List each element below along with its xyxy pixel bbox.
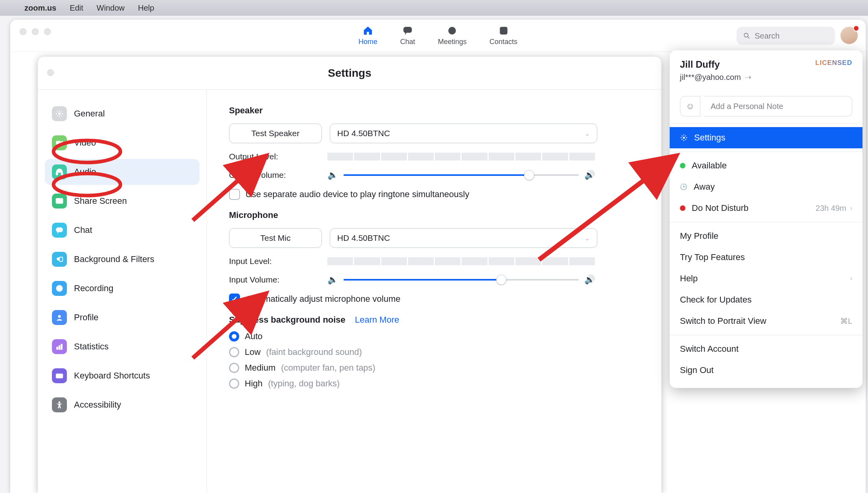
radio-low-label: Low bbox=[245, 347, 260, 357]
menubar-item-help[interactable]: Help bbox=[138, 4, 154, 13]
speaker-device-select[interactable]: HD 4.50BTNC ⌄ bbox=[330, 124, 597, 143]
sidebar-label: Profile bbox=[74, 312, 98, 323]
sidebar-item-profile[interactable]: Profile bbox=[45, 305, 199, 331]
portrait-shortcut: ⌘L bbox=[840, 316, 852, 326]
profile-menu-away[interactable]: 🕒Away bbox=[670, 176, 862, 198]
nav-meetings[interactable]: Meetings bbox=[438, 25, 467, 46]
topnav: Home Chat Meetings Contacts Search bbox=[10, 20, 866, 52]
keyboard-icon bbox=[52, 368, 67, 383]
nav-contacts[interactable]: Contacts bbox=[489, 25, 517, 46]
contacts-icon bbox=[498, 25, 509, 36]
volume-high-icon: 🔊 bbox=[584, 170, 595, 180]
dnd-icon bbox=[680, 205, 685, 211]
emoji-picker-button[interactable]: ☺ bbox=[680, 96, 700, 116]
nav-home-label: Home bbox=[358, 38, 377, 46]
nav-chat-label: Chat bbox=[400, 38, 415, 46]
profile-menu-check-updates[interactable]: Check for Updates bbox=[670, 289, 862, 310]
test-speaker-button[interactable]: Test Speaker bbox=[229, 124, 322, 143]
home-icon bbox=[362, 25, 373, 36]
output-level-label: Output Level: bbox=[229, 152, 319, 161]
profile-menu-settings[interactable]: Settings bbox=[670, 127, 862, 148]
sidebar-item-chat[interactable]: Chat bbox=[45, 217, 199, 243]
dnd-time: 23h 49m bbox=[816, 204, 846, 213]
search-input[interactable]: Search bbox=[737, 27, 835, 45]
away-icon: 🕒 bbox=[680, 183, 687, 190]
sidebar-item-statistics[interactable]: Statistics bbox=[45, 334, 199, 360]
learn-more-link[interactable]: Learn More bbox=[355, 315, 399, 325]
radio-high[interactable]: High (typing, dog barks) bbox=[229, 379, 638, 389]
link-icon[interactable]: ⇢ bbox=[745, 73, 752, 81]
profile-menu-dnd[interactable]: Do Not Disturb 23h 49m› bbox=[670, 198, 862, 219]
svg-point-4 bbox=[744, 33, 748, 37]
profile-menu-switch-account[interactable]: Switch Account bbox=[670, 338, 862, 360]
profile-icon bbox=[52, 310, 67, 325]
macos-menubar: zoom.us Edit Window Help bbox=[0, 0, 868, 16]
suppress-noise-title: Suppress background noise bbox=[229, 315, 345, 325]
sidebar-item-general[interactable]: General bbox=[45, 101, 199, 127]
radio-high-label: High bbox=[245, 379, 262, 389]
radio-medium[interactable]: Medium (computer fan, pen taps) bbox=[229, 363, 638, 373]
sidebar-label: Audio bbox=[74, 167, 96, 177]
chat-bubble-icon bbox=[402, 25, 413, 36]
input-volume-slider[interactable] bbox=[344, 279, 579, 281]
svg-point-20 bbox=[59, 401, 60, 403]
speaker-device-value: HD 4.50BTNC bbox=[337, 129, 390, 138]
sidebar-item-bg-filters[interactable]: Background & Filters bbox=[45, 246, 199, 272]
chevron-right-icon: › bbox=[850, 205, 852, 212]
statistics-icon bbox=[52, 339, 67, 354]
sidebar-label: Video bbox=[74, 138, 96, 148]
sidebar-item-share-screen[interactable]: Share Screen bbox=[45, 188, 199, 214]
clock-icon bbox=[447, 25, 458, 36]
menubar-app-name[interactable]: zoom.us bbox=[24, 4, 56, 13]
sidebar-label: Background & Filters bbox=[74, 254, 154, 264]
radio-icon bbox=[229, 347, 239, 357]
profile-menu-my-profile[interactable]: My Profile bbox=[670, 225, 862, 247]
test-mic-button[interactable]: Test Mic bbox=[229, 228, 322, 248]
sidebar-label: Share Screen bbox=[74, 196, 127, 206]
sidebar-item-keyboard-shortcuts[interactable]: Keyboard Shortcuts bbox=[45, 363, 199, 389]
svg-point-15 bbox=[58, 315, 61, 318]
radio-icon bbox=[229, 379, 239, 389]
profile-menu-top-features[interactable]: Try Top Features bbox=[670, 247, 862, 268]
volume-low-icon: 🔈 bbox=[327, 170, 338, 180]
input-level-meter bbox=[327, 257, 595, 265]
menubar-item-window[interactable]: Window bbox=[97, 4, 125, 13]
available-icon bbox=[680, 163, 685, 168]
nav-home[interactable]: Home bbox=[358, 25, 377, 46]
svg-point-14 bbox=[58, 287, 61, 290]
mic-device-value: HD 4.50BTNC bbox=[337, 233, 390, 243]
volume-high-icon: 🔊 bbox=[584, 275, 595, 285]
profile-menu-help[interactable]: Help › bbox=[670, 268, 862, 289]
close-icon[interactable] bbox=[47, 69, 54, 76]
profile-menu-available[interactable]: Available bbox=[670, 155, 862, 176]
sidebar-item-audio[interactable]: Audio bbox=[45, 159, 199, 185]
mic-device-select[interactable]: HD 4.50BTNC ⌄ bbox=[330, 228, 597, 248]
bg-filters-icon bbox=[52, 252, 67, 267]
status-dot-icon bbox=[853, 25, 859, 31]
radio-low[interactable]: Low (faint background sound) bbox=[229, 347, 638, 357]
sidebar-item-video[interactable]: Video bbox=[45, 130, 199, 156]
svg-point-21 bbox=[683, 137, 685, 139]
nav-chat[interactable]: Chat bbox=[400, 25, 415, 46]
sidebar-label: General bbox=[74, 109, 105, 119]
search-icon bbox=[743, 32, 751, 40]
svg-rect-7 bbox=[56, 173, 58, 175]
profile-menu-sign-out[interactable]: Sign Out bbox=[670, 360, 862, 381]
sidebar-item-recording[interactable]: Recording bbox=[45, 275, 199, 301]
output-volume-label: Output Volume: bbox=[229, 170, 319, 180]
nav-meetings-label: Meetings bbox=[438, 38, 467, 46]
svg-rect-0 bbox=[404, 27, 412, 32]
gear-icon bbox=[52, 106, 67, 121]
personal-note-input[interactable]: Add a Personal Note bbox=[704, 96, 852, 116]
svg-point-3 bbox=[502, 29, 504, 31]
menubar-item-edit[interactable]: Edit bbox=[70, 4, 83, 13]
radio-auto[interactable]: Auto bbox=[229, 331, 638, 342]
profile-menu-portrait[interactable]: Switch to Portrait View ⌘L bbox=[670, 310, 862, 332]
headphones-icon bbox=[52, 164, 67, 179]
search-placeholder: Search bbox=[755, 31, 779, 41]
auto-adjust-mic-checkbox[interactable] bbox=[229, 294, 240, 305]
sidebar-item-accessibility[interactable]: Accessibility bbox=[45, 392, 199, 418]
output-volume-slider[interactable] bbox=[344, 174, 579, 176]
separate-ringtone-checkbox[interactable] bbox=[229, 189, 240, 200]
avatar[interactable] bbox=[840, 27, 858, 44]
